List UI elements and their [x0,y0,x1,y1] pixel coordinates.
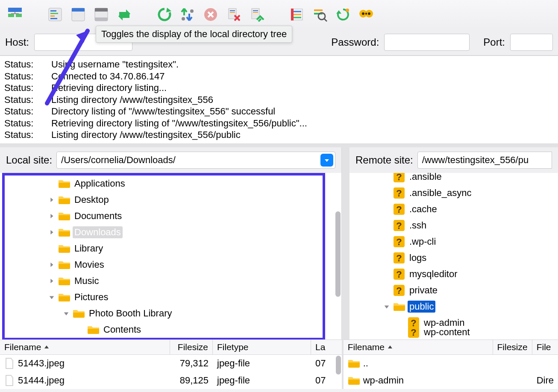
tree-item-label: Pictures [73,291,110,303]
remote-file-list[interactable]: ..wp-adminDire [344,355,558,389]
file-size: 89,125 [170,375,213,386]
col-filesize[interactable]: Filesize [170,340,213,354]
tree-item[interactable]: Library [0,240,341,257]
tree-item[interactable]: mysqleditor [349,266,558,282]
remote-site-label: Remote site: [355,154,413,166]
port-input[interactable] [510,34,553,51]
reconnect-button[interactable] [247,5,267,24]
chevron-down-icon[interactable] [383,303,391,310]
local-file-panel: Filename Filesize Filetype La 51443.jpeg… [0,339,342,389]
tree-item[interactable]: public [349,298,558,315]
tree-item-label: public [408,301,435,313]
tree-item[interactable]: logs [349,250,558,266]
log-line: Status:Retrieving directory listing of "… [4,117,554,129]
local-file-list[interactable]: 51443.jpeg79,312jpeg-file0751444.jpeg89,… [0,355,342,389]
local-path-text: /Users/cornelia/Downloads/ [61,155,176,166]
col-last[interactable]: La [311,340,342,354]
remote-tree[interactable]: .ansible.ansible_async.cache.ssh.wp-clil… [349,173,558,339]
password-input[interactable] [384,34,470,51]
tree-item[interactable]: .ansible_async [349,185,558,201]
file-type: Dire [532,375,558,386]
toggle-transfer-queue-button[interactable] [115,5,134,24]
tree-item[interactable]: Applications [0,176,341,192]
tree-item[interactable]: Photo Booth Library [0,305,341,322]
chevron-right-icon[interactable] [48,261,56,269]
process-queue-button[interactable] [178,5,197,24]
disconnect-button[interactable] [224,5,244,24]
tree-item[interactable]: Downloads [0,224,341,240]
tree-item[interactable]: wp-content [349,324,558,339]
local-pane: Local site: /Users/cornelia/Downloads/ A… [0,147,342,339]
file-row[interactable]: 51444.jpeg89,125jpeg-file07 [0,372,342,389]
tree-item[interactable]: Contents [0,322,341,338]
tree-item-label: .ansible [408,173,443,183]
tree-item[interactable]: .wp-cli [349,234,558,250]
log-line: Status:Retrieving directory listing... [4,82,554,94]
chevron-right-icon[interactable] [48,277,56,285]
file-row[interactable]: wp-adminDire [344,372,558,389]
svg-rect-2 [8,8,22,12]
tree-item[interactable]: .ansible [349,173,558,185]
svg-point-38 [362,12,364,15]
col-filename-label: Filename [4,342,41,352]
chevron-down-icon[interactable] [62,310,70,317]
file-row[interactable]: .. [344,355,558,372]
message-log[interactable]: Status:Using username "testingsitex".Sta… [0,56,558,144]
tree-item[interactable]: Desktop [0,192,341,208]
tree-item[interactable]: .ssh [349,217,558,234]
remote-path-text: /www/testingsitex_556/pu [422,155,529,166]
col-filetype[interactable]: File [532,340,558,354]
chevron-right-icon[interactable] [48,228,56,236]
chevron-right-icon[interactable] [48,196,56,204]
toggle-local-tree-button[interactable] [45,5,65,24]
local-list-header[interactable]: Filename Filesize Filetype La [0,339,342,355]
log-key: Status: [4,82,51,94]
remote-site-combo[interactable]: /www/testingsitex_556/pu [417,152,552,169]
log-line: Status:Directory listing of "/www/testin… [4,105,554,117]
tree-item[interactable]: Movies [0,257,341,273]
toggle-log-button[interactable] [91,5,111,24]
compare-button[interactable] [356,5,376,24]
svg-line-34 [324,19,327,21]
file-row[interactable]: 51443.jpeg79,312jpeg-file07 [0,355,342,372]
unknown-folder-icon [393,203,405,215]
site-manager-button[interactable] [5,5,25,24]
col-filename[interactable]: Filename [0,340,170,354]
tree-item[interactable]: .cache [349,201,558,217]
svg-rect-31 [314,9,323,11]
refresh-button[interactable] [155,5,174,24]
scrollbar-thumb[interactable] [335,211,341,297]
remote-list-header[interactable]: Filename Filesize File [344,339,558,355]
log-msg: Connected to 34.70.86.147 [51,70,164,82]
file-last: 07 [311,375,342,386]
dropdown-icon[interactable] [320,154,333,167]
chevron-right-icon[interactable] [48,212,56,220]
sync-button[interactable] [333,5,353,24]
tree-item[interactable]: private [349,282,558,298]
tree-item[interactable]: Music [0,273,341,289]
local-tree[interactable]: ApplicationsDesktopDocumentsDownloadsLib… [0,173,341,339]
search-button[interactable] [310,5,330,24]
tree-item-label: Movies [73,259,106,271]
vertical-splitter[interactable] [342,147,349,339]
col-filesize[interactable]: Filesize [493,340,532,354]
local-site-combo[interactable]: /Users/cornelia/Downloads/ [56,152,335,169]
svg-rect-9 [50,13,58,14]
col-filename[interactable]: Filename [344,340,493,354]
file-size: 79,312 [170,358,213,369]
filter-button[interactable] [287,5,307,24]
col-filetype[interactable]: Filetype [213,340,311,354]
col-filesize-label: Filesize [497,342,527,352]
svg-rect-24 [253,10,258,11]
chevron-down-icon[interactable] [48,293,56,301]
folder-icon [87,325,99,334]
cancel-button[interactable] [201,5,220,24]
toggle-remote-tree-button[interactable] [68,5,88,24]
scrollbar-thumb[interactable] [336,356,341,374]
log-key: Status: [4,105,51,117]
tree-item[interactable]: Documents [0,208,341,224]
tree-item-label: Library [73,243,105,255]
horizontal-splitter[interactable] [0,144,558,147]
tree-item[interactable]: Pictures [0,289,341,305]
svg-point-17 [190,9,194,13]
